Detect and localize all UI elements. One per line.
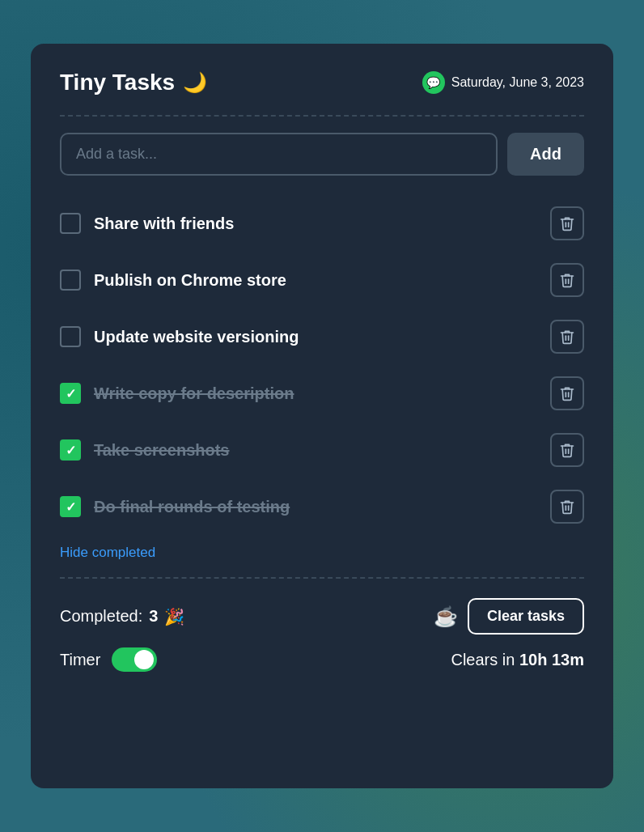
clears-in-prefix: Clears in (451, 651, 519, 669)
delete-button-2[interactable] (550, 263, 584, 297)
trash-icon-6 (559, 499, 575, 515)
trash-icon-5 (559, 442, 575, 458)
main-card: Tiny Tasks 🌙 💬 Saturday, June 3, 2023 Ad… (31, 44, 613, 788)
top-divider (60, 115, 584, 117)
task-item: Publish on Chrome store (60, 252, 584, 308)
clear-tasks-button[interactable]: Clear tasks (468, 598, 584, 635)
task-checkbox-2[interactable] (60, 270, 81, 291)
task-label-4: Write copy for description (94, 384, 537, 403)
toggle-knob (134, 650, 154, 669)
clears-in: Clears in 10h 13m (451, 651, 584, 669)
completed-number: 3 (149, 607, 158, 626)
task-checkbox-5[interactable] (60, 439, 81, 461)
clears-in-value: 10h 13m (519, 651, 584, 669)
delete-button-6[interactable] (550, 490, 584, 524)
timer-toggle[interactable] (112, 647, 157, 672)
task-label-6: Do final rounds of testing (94, 498, 537, 516)
chat-emoji: 💬 (426, 76, 440, 89)
trash-icon-3 (559, 329, 575, 345)
coffee-emoji: ☕ (434, 605, 458, 628)
date-label: Saturday, June 3, 2023 (451, 75, 584, 90)
delete-button-3[interactable] (550, 320, 584, 354)
date-badge: 💬 Saturday, June 3, 2023 (422, 71, 584, 94)
task-checkbox-6[interactable] (60, 496, 81, 517)
task-checkbox-4[interactable] (60, 383, 81, 404)
timer-row: Timer (60, 647, 157, 672)
task-checkbox-1[interactable] (60, 213, 81, 234)
title-text: Tiny Tasks (60, 70, 175, 96)
footer-right: ☕ Clear tasks (434, 598, 584, 635)
header: Tiny Tasks 🌙 💬 Saturday, June 3, 2023 (60, 70, 584, 96)
task-label-5: Take screenshots (94, 441, 537, 460)
task-label-3: Update website versioning (94, 328, 537, 346)
task-label-1: Share with friends (94, 214, 537, 233)
footer: Completed: 3 🎉 ☕ Clear tasks Timer Clear… (60, 598, 584, 672)
completed-count: Completed: 3 🎉 (60, 607, 184, 626)
trash-icon-1 (559, 215, 575, 231)
task-item: Share with friends (60, 195, 584, 252)
add-button[interactable]: Add (507, 133, 584, 176)
hide-completed-link[interactable]: Hide completed (60, 545, 584, 561)
task-item: Write copy for description (60, 365, 584, 422)
moon-icon: 🌙 (183, 71, 207, 94)
delete-button-1[interactable] (550, 206, 584, 240)
party-emoji: 🎉 (164, 607, 184, 626)
delete-button-5[interactable] (550, 433, 584, 467)
footer-row2: Timer Clears in 10h 13m (60, 647, 584, 672)
timer-label: Timer (60, 651, 100, 669)
task-item: Do final rounds of testing (60, 478, 584, 535)
task-item: Take screenshots (60, 422, 584, 478)
bottom-divider (60, 577, 584, 579)
completed-prefix: Completed: (60, 607, 142, 626)
app-title: Tiny Tasks 🌙 (60, 70, 207, 96)
trash-icon-2 (559, 272, 575, 288)
task-label-2: Publish on Chrome store (94, 271, 537, 290)
input-row: Add (60, 133, 584, 176)
task-item: Update website versioning (60, 308, 584, 365)
chat-icon: 💬 (422, 71, 445, 94)
delete-button-4[interactable] (550, 376, 584, 410)
footer-row1: Completed: 3 🎉 ☕ Clear tasks (60, 598, 584, 635)
trash-icon-4 (559, 385, 575, 401)
task-input[interactable] (60, 133, 498, 176)
task-list: Share with friends Publish on Chrome sto… (60, 195, 584, 535)
task-checkbox-3[interactable] (60, 326, 81, 347)
